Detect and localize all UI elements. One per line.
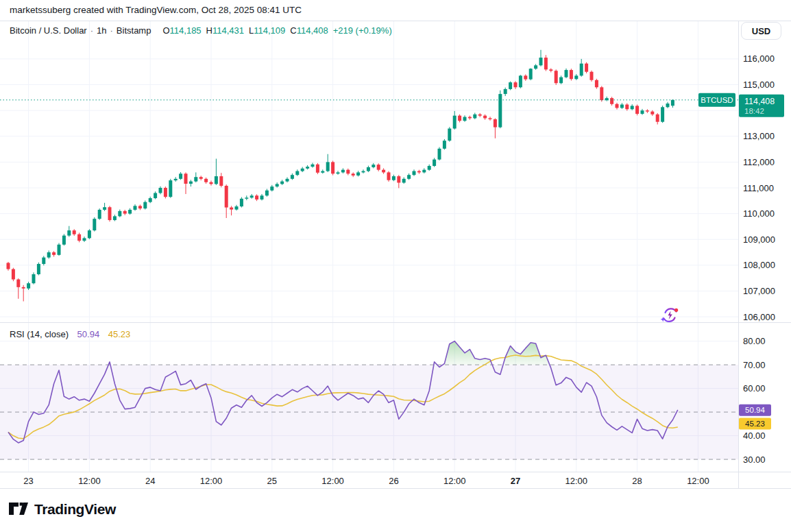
candle [514,81,518,89]
candle [539,50,543,66]
price-tick-label: 115,000 [743,80,775,90]
symbol-legend: Bitcoin / U.S. Dollar · 1h · Bitstamp O1… [10,25,392,36]
rsi-pane[interactable] [0,341,738,459]
candle [413,169,416,176]
rsi-tick-label: 80.00 [743,336,766,346]
candle [108,206,112,221]
candle [392,175,396,181]
rsi-value: 50.94 [77,329,100,339]
candle [235,205,239,210]
candle [164,186,167,198]
candle [286,178,289,183]
candle [574,74,578,80]
candle [610,97,613,106]
candle [524,74,527,80]
price-tick-label: 108,000 [743,260,775,270]
candle [534,64,537,69]
candle [326,154,330,172]
candle [631,104,634,110]
price-tick-label: 109,000 [743,234,775,245]
candle [306,165,309,169]
candle [616,103,619,110]
tradingview-brand[interactable]: TradingView [8,500,116,518]
time-tick-label: 28 [632,476,642,486]
candle [16,278,20,299]
change-value: +219 (+0.19%) [333,25,392,36]
candle [620,103,624,109]
candle [270,185,273,191]
candle [93,217,96,232]
price-pane[interactable] [0,50,738,302]
price-tick-label: 113,000 [743,131,775,141]
candle [519,75,522,88]
candle [225,184,228,218]
candle [52,251,56,256]
candle [245,195,248,200]
time-axis[interactable]: 2312:002412:002512:002612:002712:002812:… [23,476,709,486]
candle [483,114,487,120]
svg-text:50.94: 50.94 [745,406,765,414]
time-tick-label: 12:00 [565,476,588,486]
candle [595,79,598,89]
candle [625,104,629,111]
rsi-tick-label: 70.00 [743,360,766,370]
candle [504,88,507,96]
candle [443,139,446,149]
rsi-tick-label: 60.00 [743,383,766,394]
rsi-axis[interactable]: 80.0070.0060.0040.0030.0050.9445.23 [739,336,771,464]
candle [453,111,457,130]
candle [529,68,533,80]
candle [215,159,218,185]
candle [463,115,467,121]
candle [184,172,188,194]
candle [656,113,659,125]
candle [159,186,162,195]
candle [666,102,670,108]
chart-canvas[interactable]: BTCUSD116,000115,000114,000113,000112,00… [0,0,791,532]
candle [58,243,61,256]
time-tick-label: 12:00 [78,476,101,486]
interval-label[interactable]: 1h [97,25,106,36]
symbol-title[interactable]: Bitcoin / U.S. Dollar [10,25,87,36]
refresh-ai-icon[interactable] [659,304,681,326]
candle [22,285,25,302]
candle [509,82,512,90]
candle [27,282,30,290]
price-tick-label: 111,000 [743,183,774,193]
candle [42,256,45,265]
candle [417,170,421,174]
svg-text:BTCUSD: BTCUSD [701,96,733,104]
candle [98,208,101,220]
candle [103,203,106,211]
price-axis[interactable]: 116,000115,000114,000113,000112,000111,0… [739,53,784,322]
candle [356,171,360,176]
candle [260,194,264,200]
candle [174,177,178,182]
candle [671,99,674,108]
rsi-title[interactable]: RSI (14, close) [10,329,69,339]
attribution-text: marketssuberg created with TradingView.c… [10,5,302,15]
currency-toggle-button[interactable]: USD [741,22,781,40]
candle [478,113,482,117]
rsi-legend: RSI (14, close) 50.94 45.23 [10,329,130,339]
candle [331,161,334,176]
candle [62,234,66,245]
candle [143,200,147,209]
svg-text:45.23: 45.23 [745,420,765,428]
candle [382,168,385,173]
candle [387,171,391,182]
candle [458,114,461,123]
close-value: 114,408 [297,25,328,36]
exchange-label[interactable]: Bitstamp [117,25,151,36]
candle [346,169,350,176]
candle [169,179,172,198]
rsi-value-badge: 50.94 [739,404,771,416]
candle [585,62,588,73]
candle [337,171,340,175]
refresh-arc-top [666,309,677,313]
candle [118,210,121,217]
rsi-ma-value: 45.23 [108,329,131,339]
candle [276,182,279,188]
tradingview-logo-icon [8,500,29,518]
candle [291,173,294,180]
